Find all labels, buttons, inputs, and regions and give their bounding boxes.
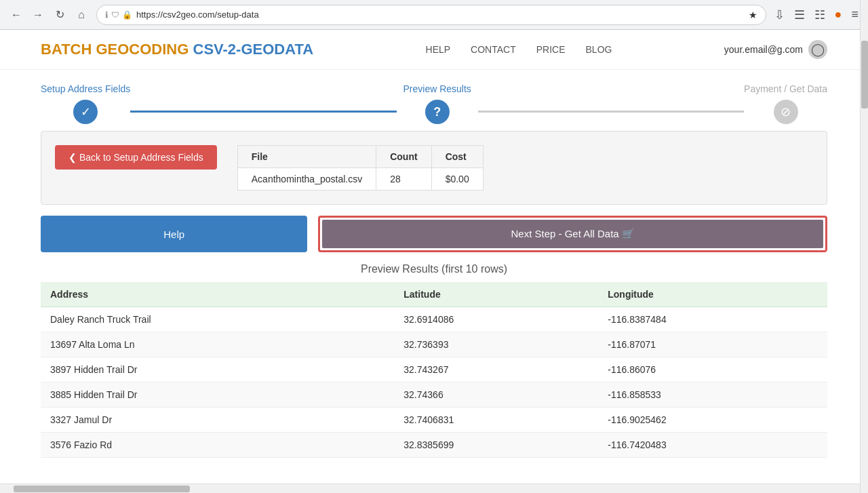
user-avatar-icon[interactable]: ◯ [808, 40, 827, 59]
table-cell: 32.6914086 [394, 307, 598, 332]
file-info-table: FileCountCost Acanthomintha_postal.csv28… [237, 145, 484, 191]
home-button[interactable]: ⌂ [72, 5, 91, 24]
scrollbar-thumb [861, 41, 868, 109]
table-cell: -116.8387484 [598, 307, 827, 332]
results-th: Latitude [394, 282, 598, 307]
table-cell: 13697 Alta Loma Ln [41, 332, 394, 357]
table-cell: 3576 Fazio Rd [41, 433, 394, 458]
back-button[interactable]: ← [7, 5, 26, 24]
site-header: BATCH GEOCODING CSV-2-GEODATA HELP CONTA… [0, 30, 868, 70]
site-logo: BATCH GEOCODING CSV-2-GEODATA [41, 41, 313, 58]
step3-label: Payment / Get Data [744, 83, 827, 94]
refresh-button[interactable]: ↻ [50, 5, 69, 24]
security-icons: ℹ 🛡 🔒 [105, 10, 132, 20]
results-th: Address [41, 282, 394, 307]
bookmark-icon[interactable]: ★ [749, 9, 757, 20]
main-content: ❮ Back to Setup Address Fields FileCount… [0, 124, 868, 471]
action-row: Help Next Step - Get All Data 🛒 [41, 216, 827, 252]
bookmarks-icon[interactable]: ☰ [791, 6, 808, 24]
right-scrollbar[interactable] [860, 0, 868, 471]
table-row: 13697 Alta Loma Ln32.736393-116.87071 [41, 332, 827, 357]
file-th: Cost [431, 146, 483, 168]
back-to-setup-button[interactable]: ❮ Back to Setup Address Fields [55, 145, 217, 170]
browser-chrome: ← → ↻ ⌂ ℹ 🛡 🔒 https://csv2geo.com/setup-… [0, 0, 868, 30]
table-cell: 3885 Hidden Trail Dr [41, 382, 394, 408]
step3-circle: ⊘ [774, 100, 798, 124]
table-row: 3897 Hidden Trail Dr32.743267-116.86076 [41, 357, 827, 382]
table-cell: 32.74366 [394, 382, 598, 408]
nav-buttons: ← → ↻ ⌂ [7, 5, 91, 24]
shield-icon: 🛡 [111, 10, 119, 20]
nav-contact[interactable]: CONTACT [471, 44, 516, 55]
results-th: Longitude [598, 282, 827, 307]
table-cell: -116.7420483 [598, 433, 827, 458]
table-cell: Daley Ranch Truck Trail [41, 307, 394, 332]
results-table: AddressLatitudeLongitude Daley Ranch Tru… [41, 282, 827, 458]
nav-price[interactable]: PRICE [536, 44, 566, 55]
preview-title: Preview Results (first 10 rows) [41, 263, 827, 275]
table-cell: 32.743267 [394, 357, 598, 382]
top-panel: ❮ Back to Setup Address Fields FileCount… [41, 131, 827, 205]
connector-1-2 [130, 111, 396, 113]
table-cell: -116.858533 [598, 382, 827, 408]
info-icon: ℹ [105, 10, 108, 20]
table-cell: 32.7406831 [394, 408, 598, 433]
file-cell: $0.00 [431, 168, 483, 191]
address-bar[interactable]: ℹ 🛡 🔒 https://csv2geo.com/setup-data ★ [96, 5, 766, 25]
logo-csv: CSV-2- [189, 41, 241, 58]
step-3: Payment / Get Data ⊘ [744, 83, 827, 124]
lock-icon: 🔒 [122, 10, 132, 20]
nav-help[interactable]: HELP [426, 44, 451, 55]
table-cell: 32.736393 [394, 332, 598, 357]
user-email: your.email@g.com [724, 44, 803, 55]
sidebar-icon[interactable]: ☷ [812, 6, 828, 24]
next-step-wrapper: Next Step - Get All Data 🛒 [318, 216, 827, 252]
next-step-button[interactable]: Next Step - Get All Data 🛒 [322, 220, 823, 248]
download-icon[interactable]: ⇩ [772, 6, 787, 24]
table-cell: -116.87071 [598, 332, 827, 357]
file-table-row: Acanthomintha_postal.csv28$0.00 [237, 168, 483, 191]
browser-toolbar-right: ⇩ ☰ ☷ ● ≡ [772, 6, 861, 24]
table-row: 3327 Jamul Dr32.7406831-116.9025462 [41, 408, 827, 433]
file-cell: 28 [376, 168, 431, 191]
logo-geocoding: GEOCODING [96, 41, 189, 58]
connector-2-3 [478, 111, 744, 113]
nav-blog[interactable]: BLOG [586, 44, 612, 55]
step-1: Setup Address Fields ✓ [41, 83, 130, 124]
table-row: Daley Ranch Truck Trail32.6914086-116.83… [41, 307, 827, 332]
table-cell: 32.8385699 [394, 433, 598, 458]
logo-batch: BATCH [41, 41, 96, 58]
step2-label: Preview Results [403, 83, 471, 94]
help-button[interactable]: Help [41, 216, 307, 252]
file-th: Count [376, 146, 431, 168]
table-cell: 3897 Hidden Trail Dr [41, 357, 394, 382]
table-cell: -116.86076 [598, 357, 827, 382]
firefox-icon[interactable]: ● [832, 6, 845, 23]
stepper-section: Setup Address Fields ✓ Preview Results ?… [0, 70, 868, 124]
file-th: File [237, 146, 376, 168]
step-2: Preview Results ? [397, 83, 478, 124]
page-wrapper: BATCH GEOCODING CSV-2-GEODATA HELP CONTA… [0, 30, 868, 471]
table-row: 3576 Fazio Rd32.8385699-116.7420483 [41, 433, 827, 458]
table-cell: -116.9025462 [598, 408, 827, 433]
table-row: 3885 Hidden Trail Dr32.74366-116.858533 [41, 382, 827, 408]
forward-button[interactable]: → [28, 5, 47, 24]
nav-links: HELP CONTACT PRICE BLOG [426, 44, 612, 55]
logo-geodata: GEODATA [241, 41, 313, 58]
step1-label: Setup Address Fields [41, 83, 130, 94]
url-display: https://csv2geo.com/setup-data [136, 9, 745, 20]
table-cell: 3327 Jamul Dr [41, 408, 394, 433]
file-cell: Acanthomintha_postal.csv [237, 168, 376, 191]
user-area: your.email@g.com ◯ [724, 40, 827, 59]
step1-circle: ✓ [73, 100, 98, 124]
step2-circle: ? [425, 100, 450, 124]
